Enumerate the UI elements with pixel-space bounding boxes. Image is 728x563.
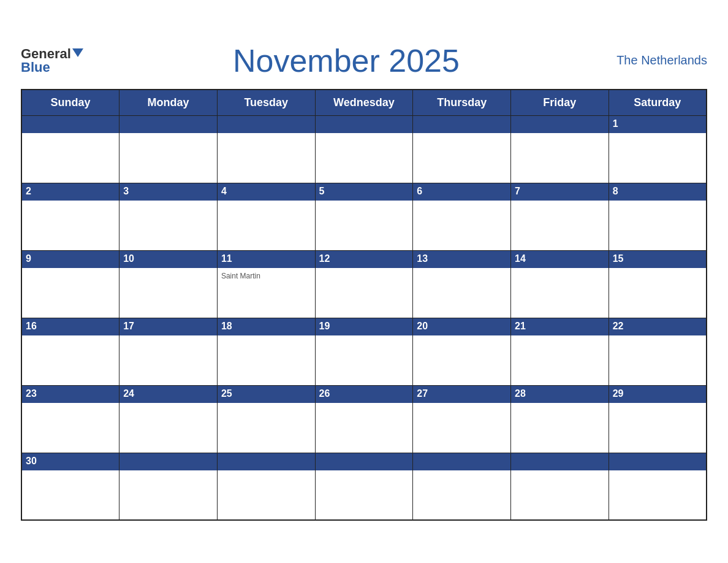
table-row: 1: [609, 115, 707, 183]
calendar-week-row: 16171819202122: [21, 318, 707, 385]
table-row: 8: [609, 183, 707, 250]
day-number: 28: [511, 386, 609, 403]
page-header: General Blue November 2025 The Netherlan…: [21, 42, 707, 79]
calendar-week-row: 23242526272829: [21, 385, 707, 453]
day-number: 7: [511, 183, 609, 201]
day-number: 24: [119, 386, 217, 403]
col-saturday: Saturday: [609, 90, 707, 116]
table-row: 7: [511, 183, 609, 250]
day-number: 5: [316, 183, 413, 201]
table-row: 16: [21, 318, 119, 385]
table-row: 10: [119, 250, 218, 318]
table-row: 18: [217, 318, 315, 385]
table-row: 30: [21, 453, 119, 520]
col-friday: Friday: [511, 90, 609, 116]
day-number: 9: [22, 251, 119, 268]
day-number: 18: [218, 318, 315, 335]
table-row: 13: [413, 250, 511, 318]
table-row: [21, 115, 119, 183]
day-number: 20: [413, 318, 510, 335]
table-row: [217, 115, 315, 183]
table-row: 5: [315, 183, 413, 250]
col-thursday: Thursday: [413, 90, 511, 116]
day-number: 1: [609, 116, 706, 133]
calendar-table: Sunday Monday Tuesday Wednesday Thursday…: [21, 89, 707, 521]
day-number: 2: [22, 183, 119, 201]
table-row: [315, 453, 413, 520]
table-row: 17: [119, 318, 218, 385]
day-number: [413, 116, 510, 133]
calendar-week-row: 1: [21, 115, 707, 183]
calendar-week-row: 30: [21, 453, 707, 520]
logo-triangle-icon: [72, 48, 83, 57]
logo: General Blue: [21, 47, 83, 74]
table-row: 12: [315, 250, 413, 318]
day-number: [413, 453, 510, 470]
day-number: 6: [413, 183, 510, 201]
calendar-week-row: 91011Saint Martin12131415: [21, 250, 707, 318]
table-row: [217, 453, 315, 520]
table-row: [511, 115, 609, 183]
day-holiday: Saint Martin: [218, 268, 315, 283]
table-row: [413, 115, 511, 183]
day-number: 4: [218, 183, 315, 201]
day-number: 16: [22, 318, 119, 335]
day-number: [22, 116, 119, 133]
table-row: 2: [21, 183, 119, 250]
table-row: 9: [21, 250, 119, 318]
col-tuesday: Tuesday: [217, 90, 315, 116]
calendar-body: 1234567891011Saint Martin121314151617181…: [21, 115, 707, 520]
day-number: [609, 453, 706, 470]
calendar-page: General Blue November 2025 The Netherlan…: [15, 30, 713, 534]
table-row: 21: [511, 318, 609, 385]
table-row: 24: [119, 385, 218, 453]
day-number: 11: [218, 251, 315, 268]
day-number: 8: [609, 183, 706, 201]
table-row: 11Saint Martin: [217, 250, 315, 318]
table-row: [119, 453, 218, 520]
day-number: [316, 453, 413, 470]
days-header-row: Sunday Monday Tuesday Wednesday Thursday…: [21, 90, 707, 116]
day-number: 29: [609, 386, 706, 403]
day-number: [218, 116, 315, 133]
table-row: 27: [413, 385, 511, 453]
day-number: 14: [511, 251, 609, 268]
day-number: [511, 453, 609, 470]
table-row: [119, 115, 218, 183]
day-number: 17: [119, 318, 217, 335]
day-number: 3: [119, 183, 217, 201]
col-wednesday: Wednesday: [315, 90, 413, 116]
day-number: 30: [22, 453, 119, 470]
table-row: [609, 453, 707, 520]
table-row: 22: [609, 318, 707, 385]
country-label: The Netherlands: [609, 53, 707, 67]
day-number: 22: [609, 318, 706, 335]
table-row: 6: [413, 183, 511, 250]
day-number: 13: [413, 251, 510, 268]
col-monday: Monday: [119, 90, 218, 116]
calendar-title: November 2025: [83, 42, 609, 79]
day-number: 27: [413, 386, 510, 403]
day-number: [511, 116, 609, 133]
table-row: 15: [609, 250, 707, 318]
logo-blue-text: Blue: [21, 61, 50, 74]
table-row: 29: [609, 385, 707, 453]
table-row: 3: [119, 183, 218, 250]
logo-general-text: General: [21, 47, 71, 61]
table-row: [413, 453, 511, 520]
table-row: 20: [413, 318, 511, 385]
day-number: 25: [218, 386, 315, 403]
day-number: [218, 453, 315, 470]
calendar-week-row: 2345678: [21, 183, 707, 250]
table-row: [511, 453, 609, 520]
table-row: 23: [21, 385, 119, 453]
day-number: 15: [609, 251, 706, 268]
table-row: 28: [511, 385, 609, 453]
table-row: 25: [217, 385, 315, 453]
day-number: 23: [22, 386, 119, 403]
col-sunday: Sunday: [21, 90, 119, 116]
table-row: [315, 115, 413, 183]
table-row: 4: [217, 183, 315, 250]
table-row: 14: [511, 250, 609, 318]
day-number: 19: [316, 318, 413, 335]
